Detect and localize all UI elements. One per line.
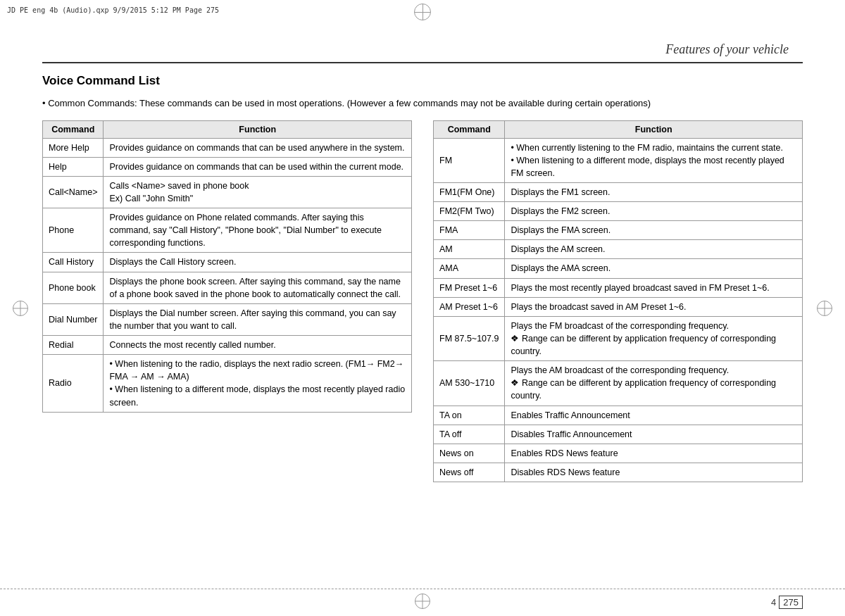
right-command-cell: FMA (434, 221, 505, 240)
right-table-row: AMDisplays the AM screen. (434, 240, 803, 259)
right-col-command: Command (434, 120, 505, 138)
right-command-cell: AM 530~1710 (434, 361, 505, 406)
left-col-function: Function (104, 120, 412, 138)
right-command-cell: News off (434, 463, 505, 482)
right-command-cell: FM1(FM One) (434, 182, 505, 201)
right-function-cell: • When currently listening to the FM rad… (505, 138, 803, 182)
left-command-cell: Dial Number (43, 303, 104, 335)
left-command-cell: Call<Name> (43, 176, 104, 208)
right-function-cell: Displays the FM2 screen. (505, 202, 803, 221)
registration-mark-top (414, 4, 431, 20)
right-function-cell: Displays the AM screen. (505, 240, 803, 259)
right-table-row: FM• When currently listening to the FM r… (434, 138, 803, 182)
left-table-row: Phone bookDisplays the phone book screen… (43, 272, 412, 303)
left-command-cell: More Help (43, 138, 104, 157)
section-heading: Features of your vehicle (665, 42, 789, 57)
right-function-cell: Displays the FMA screen. (505, 221, 803, 240)
left-function-cell: Displays the phone book screen. After sa… (104, 272, 412, 303)
right-command-cell: TA off (434, 425, 505, 444)
left-function-cell: • When listening to the radio, displays … (104, 355, 412, 413)
right-table-row: TA onEnables Traffic Announcement (434, 406, 803, 425)
right-table: Command Function FM• When currently list… (433, 120, 803, 483)
right-function-cell: Plays the FM broadcast of the correspond… (505, 316, 803, 360)
reg-mark-bottom (415, 593, 430, 609)
left-table-row: HelpProvides guidance on commands that c… (43, 157, 412, 176)
left-function-cell: Calls <Name> saved in phone bookEx) Call… (104, 176, 412, 208)
right-table-row: News onEnables RDS News feature (434, 444, 803, 463)
left-function-cell: Displays the Dial number screen. After s… (104, 303, 412, 335)
page-number: 275 (779, 596, 803, 609)
left-function-cell: Connects the most recently called number… (104, 336, 412, 355)
tables-container: Command Function More HelpProvides guida… (42, 120, 803, 483)
right-table-row: FM 87.5~107.9Plays the FM broadcast of t… (434, 316, 803, 360)
dashed-divider (0, 589, 845, 589)
left-command-cell: Call History (43, 253, 104, 272)
left-table-row: Radio• When listening to the radio, disp… (43, 355, 412, 413)
left-table-row: RedialConnects the most recently called … (43, 336, 412, 355)
left-col-command: Command (43, 120, 104, 138)
right-function-cell: Plays the most recently played broadcast… (505, 278, 803, 297)
page-footer: 4 275 (771, 596, 803, 609)
right-function-cell: Enables RDS News feature (505, 444, 803, 463)
right-table-row: FM1(FM One)Displays the FM1 screen. (434, 182, 803, 201)
right-function-cell: Displays the FM1 screen. (505, 182, 803, 201)
file-info: JD PE eng 4b (Audio).qxp 9/9/2015 5:12 P… (7, 6, 219, 14)
left-function-cell: Provides guidance on Phone related comma… (104, 208, 412, 253)
right-function-cell: Plays the broadcast saved in AM Preset 1… (505, 297, 803, 316)
right-command-cell: TA on (434, 406, 505, 425)
right-table-row: AM 530~1710Plays the AM broadcast of the… (434, 361, 803, 406)
left-command-cell: Phone book (43, 272, 104, 303)
left-table-row: Call HistoryDisplays the Call History sc… (43, 253, 412, 272)
right-command-cell: AM Preset 1~6 (434, 297, 505, 316)
left-command-cell: Help (43, 157, 104, 176)
page-title: Voice Command List (42, 74, 803, 88)
right-table-row: FM Preset 1~6Plays the most recently pla… (434, 278, 803, 297)
right-col-function: Function (505, 120, 803, 138)
right-command-cell: News on (434, 444, 505, 463)
right-table-row: AMADisplays the AMA screen. (434, 259, 803, 278)
left-command-cell: Phone (43, 208, 104, 253)
right-table-row: AM Preset 1~6Plays the broadcast saved i… (434, 297, 803, 316)
main-content: Voice Command List • Common Commands: Th… (42, 74, 803, 581)
right-table-row: FM2(FM Two)Displays the FM2 screen. (434, 202, 803, 221)
section-divider (42, 62, 803, 63)
right-function-cell: Displays the AMA screen. (505, 259, 803, 278)
left-command-cell: Redial (43, 336, 104, 355)
right-table-row: News offDisables RDS News feature (434, 463, 803, 482)
left-table-row: Call<Name>Calls <Name> saved in phone bo… (43, 176, 412, 208)
intro-text: • Common Commands: These commands can be… (42, 96, 803, 111)
right-table-row: FMADisplays the FMA screen. (434, 221, 803, 240)
left-function-cell: Displays the Call History screen. (104, 253, 412, 272)
section-number: 4 (771, 597, 776, 608)
right-command-cell: FM Preset 1~6 (434, 278, 505, 297)
left-function-cell: Provides guidance on commands that can b… (104, 138, 412, 157)
right-function-cell: Plays the AM broadcast of the correspond… (505, 361, 803, 406)
page-header: JD PE eng 4b (Audio).qxp 9/9/2015 5:12 P… (0, 0, 845, 39)
right-command-cell: FM 87.5~107.9 (434, 316, 505, 360)
left-table-row: More HelpProvides guidance on commands t… (43, 138, 412, 157)
right-command-cell: FM (434, 138, 505, 182)
reg-mark-right (817, 301, 832, 316)
left-table-row: Dial NumberDisplays the Dial number scre… (43, 303, 412, 335)
right-table-row: TA offDisables Traffic Announcement (434, 425, 803, 444)
reg-mark-left (13, 301, 28, 316)
left-table-section: Command Function More HelpProvides guida… (42, 120, 412, 413)
right-command-cell: AMA (434, 259, 505, 278)
right-function-cell: Disables Traffic Announcement (505, 425, 803, 444)
right-table-section: Command Function FM• When currently list… (433, 120, 803, 483)
right-function-cell: Disables RDS News feature (505, 463, 803, 482)
left-table: Command Function More HelpProvides guida… (42, 120, 412, 413)
right-function-cell: Enables Traffic Announcement (505, 406, 803, 425)
right-command-cell: AM (434, 240, 505, 259)
left-command-cell: Radio (43, 355, 104, 413)
left-function-cell: Provides guidance on commands that can b… (104, 157, 412, 176)
left-table-row: PhoneProvides guidance on Phone related … (43, 208, 412, 253)
right-command-cell: FM2(FM Two) (434, 202, 505, 221)
